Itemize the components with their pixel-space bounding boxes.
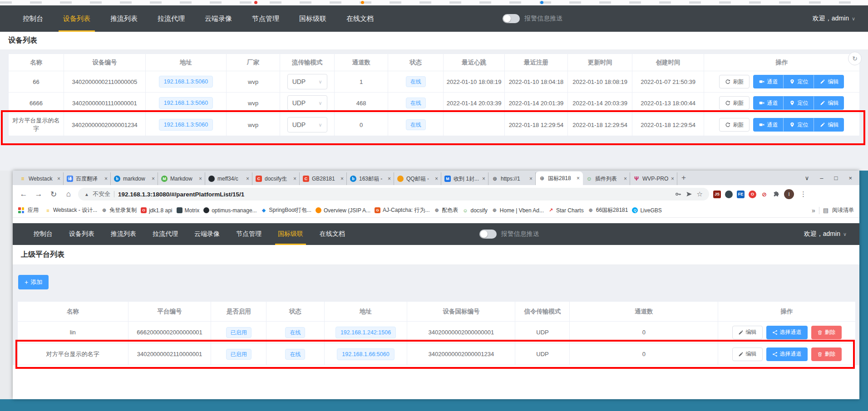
locate-button[interactable]: 定位 <box>784 96 814 110</box>
bookmark-item[interactable]: QLiveGBS <box>632 207 661 214</box>
browser-tab[interactable]: M收到 1封...× <box>441 172 488 185</box>
bookmark-item[interactable]: Motrix <box>177 207 200 214</box>
forward-icon[interactable]: → <box>33 190 44 199</box>
browser-tab[interactable]: CGB28181× <box>300 172 347 185</box>
maximize-icon[interactable]: □ <box>834 175 838 181</box>
nav-tab[interactable]: 节点管理 <box>228 223 270 245</box>
edit-platform-button[interactable]: 编辑 <box>732 347 763 361</box>
tab-close-icon[interactable]: × <box>199 176 202 182</box>
nav-tab[interactable]: 在线文档 <box>336 5 384 32</box>
browser-tab[interactable]: MMarkdow× <box>158 172 205 185</box>
nav-tab[interactable]: 在线文档 <box>311 223 353 245</box>
nav-tab[interactable]: 设备列表 <box>61 223 103 245</box>
tab-close-icon[interactable]: × <box>340 176 344 182</box>
bookmark-item[interactable]: ◆SpringBoot打包... <box>261 206 311 214</box>
nav-tab[interactable]: 云端录像 <box>195 5 242 32</box>
add-platform-button[interactable]: + 添加 <box>18 275 49 289</box>
locate-button[interactable]: 定位 <box>784 75 814 88</box>
nav-tab[interactable]: 控制台 <box>25 223 61 245</box>
bookmark-item[interactable]: ≡Webstack - 设计... <box>45 206 97 214</box>
alarm-push-toggle[interactable] <box>479 230 497 239</box>
delete-platform-button[interactable]: 删除 <box>811 347 842 361</box>
browser-tab[interactable]: ΨWVP-PRO× <box>630 172 677 185</box>
stream-mode-select[interactable]: UDP∨ <box>287 95 327 111</box>
nav-tab[interactable]: 拉流代理 <box>144 223 186 245</box>
browser-tab[interactable]: 译百度翻译× <box>64 172 111 185</box>
browser-tab[interactable]: meff34/c× <box>205 172 252 185</box>
adblock-extension-icon[interactable]: ⊘ <box>760 191 768 198</box>
extensions-puzzle-icon[interactable] <box>772 191 780 198</box>
bookmarks-overflow-chevron[interactable]: » <box>812 207 815 214</box>
address-link[interactable]: 192.168.1.66:5060 <box>337 348 394 360</box>
tab-close-icon[interactable]: × <box>388 176 391 182</box>
tab-close-icon[interactable]: × <box>577 175 580 181</box>
opera-extension-icon[interactable]: O <box>749 191 756 198</box>
fe-extension-icon[interactable]: FE <box>737 191 745 198</box>
tab-close-icon[interactable]: × <box>57 176 60 182</box>
browser-menu-icon[interactable]: ⋮ <box>798 190 809 198</box>
browser-tab[interactable]: bmarkdow× <box>111 172 158 185</box>
nav-tab[interactable]: 设备列表 <box>53 5 100 32</box>
user-menu[interactable]: 欢迎，admin∨ <box>813 5 855 32</box>
edit-device-button[interactable]: 编辑 <box>814 118 844 132</box>
browser-tab[interactable]: Cdocsify生× <box>252 172 300 185</box>
nav-tab[interactable]: 云端录像 <box>186 223 228 245</box>
nav-tab[interactable]: 拉流代理 <box>148 5 195 32</box>
refresh-device-button[interactable]: 刷新 <box>719 96 750 110</box>
refresh-page-button[interactable]: ↻ <box>848 52 862 65</box>
bookmark-item[interactable]: Overview (JSIP A... <box>316 207 370 214</box>
reload-icon[interactable]: ↻ <box>48 190 59 199</box>
apps-label[interactable]: 应用 <box>28 206 39 214</box>
tab-close-icon[interactable]: × <box>529 176 533 182</box>
bookmark-item[interactable]: optimus-manage... <box>203 207 256 214</box>
incognito-extension-icon[interactable] <box>725 191 733 198</box>
profile-avatar[interactable]: I <box>784 189 794 199</box>
edit-device-button[interactable]: 编辑 <box>814 96 844 110</box>
edit-device-button[interactable]: 编辑 <box>814 75 844 88</box>
address-link[interactable]: 192.168.1.242:1506 <box>335 327 396 338</box>
browser-tab[interactable]: ⊕国标2818× <box>536 171 583 185</box>
stream-mode-select[interactable]: UDP∨ <box>287 117 327 132</box>
channel-button[interactable]: 通道 <box>753 118 784 132</box>
tab-close-icon[interactable]: × <box>293 176 296 182</box>
bookmark-item[interactable]: ↗Star Charts <box>548 207 584 214</box>
address-bar[interactable]: ▲ 不安全 192.168.1.3:18080/#/parentPlatform… <box>78 188 709 201</box>
tab-close-icon[interactable]: × <box>152 176 155 182</box>
nav-tab[interactable]: 国标级联 <box>289 5 336 32</box>
js-extension-icon[interactable]: JS <box>713 191 721 198</box>
channel-button[interactable]: 通道 <box>753 75 784 88</box>
bookmark-item[interactable]: ⊕配色表 <box>434 206 458 214</box>
bookmark-item[interactable]: ⊕66国标28181 <box>588 206 628 214</box>
bookmark-star-icon[interactable]: ☆ <box>697 190 703 198</box>
nav-tab[interactable]: 推流列表 <box>103 223 144 245</box>
alarm-push-toggle[interactable] <box>503 14 520 23</box>
refresh-device-button[interactable]: 刷新 <box>719 75 750 88</box>
nav-tab[interactable]: 节点管理 <box>242 5 289 32</box>
apps-grid-icon[interactable] <box>18 207 24 213</box>
delete-platform-button[interactable]: 删除 <box>811 326 842 339</box>
tab-close-icon[interactable]: × <box>435 176 438 182</box>
tab-close-icon[interactable]: × <box>246 176 249 182</box>
bookmark-item[interactable]: ⊕免登录复制 <box>101 206 137 214</box>
channel-button[interactable]: 通道 <box>753 96 784 110</box>
select-channel-button[interactable]: 选择通道 <box>766 347 808 361</box>
nav-tab[interactable]: 控制台 <box>13 5 53 32</box>
browser-tab[interactable]: QQ邮箱 -× <box>394 172 441 185</box>
locate-button[interactable]: 定位 <box>784 118 814 132</box>
browser-tab[interactable]: ☺插件列表× <box>583 172 630 185</box>
tab-close-icon[interactable]: × <box>624 176 627 182</box>
browser-tab[interactable]: ≡Webstack× <box>16 172 64 185</box>
select-channel-button[interactable]: 选择通道 <box>766 326 808 339</box>
address-link[interactable]: 192.168.1.3:5060 <box>159 76 213 88</box>
tab-search-icon[interactable]: ∨ <box>805 175 809 181</box>
send-icon[interactable] <box>686 191 692 197</box>
nav-tab[interactable]: 国标级联 <box>270 223 311 245</box>
close-icon[interactable]: × <box>848 175 852 181</box>
home-icon[interactable]: ⌂ <box>63 190 74 199</box>
key-icon[interactable] <box>675 191 681 197</box>
new-tab-button[interactable]: + <box>677 171 690 184</box>
address-link[interactable]: 192.168.1.3:5060 <box>159 97 213 109</box>
bookmark-item[interactable]: GAJ-Captcha: 行为... <box>375 206 429 214</box>
tab-close-icon[interactable]: × <box>671 176 674 182</box>
address-link[interactable]: 192.168.1.3:5060 <box>159 119 213 131</box>
